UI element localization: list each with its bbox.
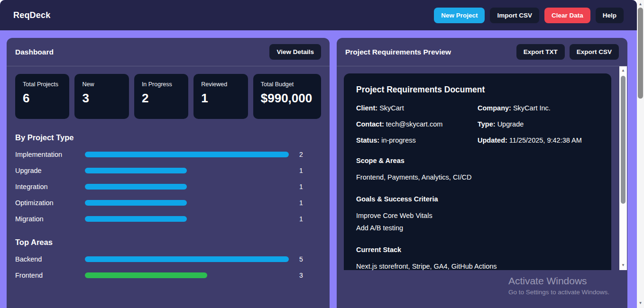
scroll-up-icon[interactable]: ▲ [619, 68, 627, 73]
section-lines-current-stack: Next.js storefront, Stripe, GA4, GitHub … [356, 260, 599, 270]
document-field-client: Client: SkyCart [356, 103, 478, 113]
field-label: Type: [478, 120, 496, 128]
app-root: ReqDeck New ProjectImport CSVClear DataH… [0, 0, 637, 308]
field-label: Status: [356, 136, 379, 144]
bar-row: Optimization1 [15, 198, 321, 208]
dashboard-title: Dashboard [15, 48, 54, 56]
stat-value: $990,000 [261, 91, 313, 106]
requirements-document-card: Project Requirements Document Client: Sk… [344, 73, 611, 270]
document-field-type: Type: Upgrade [478, 119, 599, 129]
stat-card-in-progress: In Progress2 [134, 74, 188, 119]
by-project-type-chart: Implementation2Upgrade1Integration1Optim… [15, 150, 321, 224]
section-line: Frontend, Payments, Analytics, CI/CD [356, 171, 599, 183]
field-label: Contact: [356, 120, 384, 128]
stat-value: 3 [82, 91, 121, 106]
bar-row: Frontend3 [15, 271, 321, 280]
bar-row: Migration1 [15, 214, 321, 224]
export-csv-button[interactable]: Export CSV [570, 44, 619, 60]
top-navbar: ReqDeck New ProjectImport CSVClear DataH… [0, 0, 637, 30]
preview-scroll-area[interactable]: Project Requirements Document Client: Sk… [337, 66, 627, 270]
bar-value: 1 [289, 167, 313, 174]
document-title: Project Requirements Document [356, 85, 599, 95]
new-project-button[interactable]: New Project [434, 8, 485, 23]
help-button[interactable]: Help [596, 8, 624, 23]
stat-card-new: New3 [74, 74, 129, 119]
dashboard-panel-body: Total Projects6New3In Progress2Reviewed1… [7, 66, 330, 294]
stat-card-total-projects: Total Projects6 [15, 74, 69, 119]
document-sections: Scope & AreasFrontend, Payments, Analyti… [356, 157, 599, 270]
clear-data-button[interactable]: Clear Data [544, 8, 590, 23]
window-scroll-down-icon[interactable]: ▼ [637, 300, 644, 306]
bar-fill [85, 152, 289, 157]
preview-scrollbar-thumb[interactable] [621, 76, 626, 204]
stat-label: New [82, 81, 121, 88]
bar-track [85, 216, 289, 222]
dashboard-panel: Dashboard View Details Total Projects6Ne… [7, 38, 330, 308]
import-csv-button[interactable]: Import CSV [490, 8, 539, 23]
bar-label: Migration [15, 215, 85, 223]
dashboard-panel-header: Dashboard View Details [7, 38, 330, 66]
chart-title-top-areas: Top Areas [15, 238, 321, 247]
bar-value: 1 [289, 215, 313, 223]
bar-fill [85, 200, 187, 206]
export-buttons: Export TXTExport CSV [516, 44, 619, 60]
preview-panel-header: Project Requirements Preview Export TXTE… [337, 38, 627, 66]
bar-track [85, 200, 289, 206]
field-label: Client: [356, 104, 377, 112]
app-logo: ReqDeck [13, 10, 50, 20]
section-lines-goals-success-criteria: Improve Core Web VitalsAdd A/B testing [356, 209, 599, 234]
section-lines-scope-areas: Frontend, Payments, Analytics, CI/CD [356, 171, 599, 183]
document-field-contact: Contact: tech@skycart.com [356, 119, 478, 129]
preview-scrollbar[interactable]: ▲ ▼ [619, 66, 627, 270]
stat-value: 1 [201, 91, 240, 106]
bar-label: Implementation [15, 151, 85, 158]
main-content: Dashboard View Details Total Projects6Ne… [0, 30, 637, 308]
document-field-company: Company: SkyCart Inc. [478, 103, 599, 113]
bar-row: Upgrade1 [15, 166, 321, 175]
bar-label: Integration [15, 183, 85, 190]
view-details-button[interactable]: View Details [269, 44, 321, 60]
stat-label: Total Projects [23, 81, 62, 88]
stat-value: 6 [23, 91, 62, 106]
document-fields: Client: SkyCartCompany: SkyCart Inc.Cont… [356, 103, 599, 145]
bar-value: 2 [289, 151, 313, 158]
bar-track [85, 152, 289, 157]
section-line: Next.js storefront, Stripe, GA4, GitHub … [356, 260, 599, 270]
stat-label: In Progress [142, 81, 181, 88]
bar-label: Backend [15, 255, 85, 263]
export-txt-button[interactable]: Export TXT [516, 44, 565, 60]
stat-card-reviewed: Reviewed1 [193, 74, 248, 119]
bar-value: 3 [289, 272, 313, 279]
section-heading-current-stack: Current Stack [356, 246, 599, 254]
bar-value: 1 [289, 199, 313, 207]
document-field-status: Status: in-progress [356, 136, 478, 145]
preview-panel: Project Requirements Preview Export TXTE… [337, 38, 627, 308]
scroll-down-icon[interactable]: ▼ [619, 263, 627, 268]
section-line: Add A/B testing [356, 222, 599, 234]
section-heading-scope-areas: Scope & Areas [356, 157, 599, 164]
window-scroll-up-icon[interactable]: ▲ [637, 1, 644, 7]
window-scrollbar-thumb[interactable] [638, 8, 643, 99]
bar-track [85, 256, 289, 262]
bar-track [85, 168, 289, 173]
stat-label: Reviewed [201, 81, 240, 88]
bar-fill [85, 184, 187, 190]
stat-label: Total Budget [261, 81, 313, 88]
bar-fill [85, 168, 187, 173]
section-line: Improve Core Web Vitals [356, 209, 599, 222]
window-scrollbar[interactable]: ▲ ▼ [637, 0, 644, 308]
bar-label: Frontend [15, 272, 85, 279]
document-field-updated: Updated: 11/25/2025, 9:42:38 AM [478, 136, 599, 145]
stat-value: 2 [142, 91, 181, 106]
bar-fill [85, 216, 187, 222]
bar-fill [85, 272, 207, 278]
field-label: Company: [478, 104, 511, 112]
bar-value: 5 [289, 255, 313, 263]
bar-label: Optimization [15, 199, 85, 207]
bar-row: Backend5 [15, 254, 321, 264]
section-heading-goals-success-criteria: Goals & Success Criteria [356, 195, 599, 203]
navbar-actions: New ProjectImport CSVClear DataHelp [434, 8, 624, 23]
preview-title: Project Requirements Preview [345, 48, 451, 56]
bar-track [85, 272, 289, 278]
bar-value: 1 [289, 183, 313, 190]
